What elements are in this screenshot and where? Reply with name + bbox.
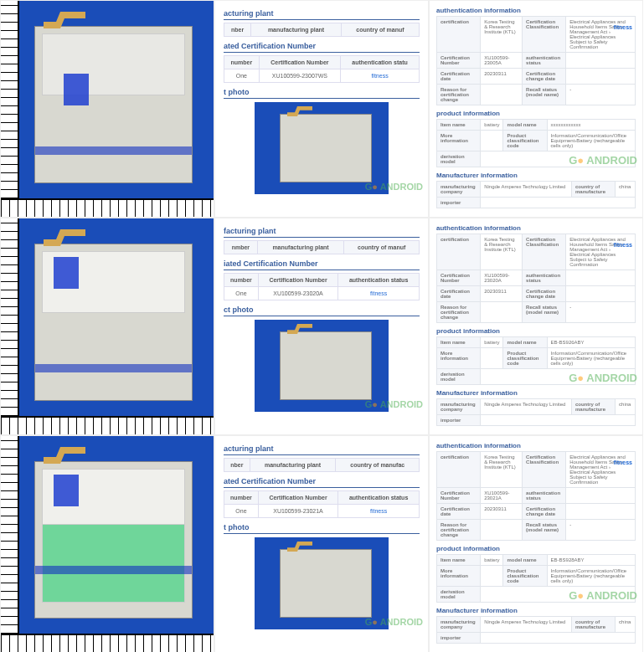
- th-plant: manufacturing plant: [251, 23, 342, 37]
- td-num: One: [224, 505, 259, 518]
- v-astat: [566, 270, 636, 286]
- k-cert: certification: [437, 17, 481, 53]
- k-reason: Reason for certification change: [437, 85, 481, 105]
- v-chg: [566, 69, 636, 85]
- plant-table: nmber manufacturing plant country of man…: [224, 240, 420, 254]
- td-auth[interactable]: fitness: [338, 505, 420, 518]
- green-label: [42, 524, 185, 603]
- th-country: country of manufac: [336, 459, 420, 472]
- watermark: G● ANDROID: [569, 589, 637, 602]
- blue-tab: [54, 475, 79, 506]
- k-reason: Reason for certification change: [437, 520, 481, 541]
- section-certnum: iated Certification Number: [224, 259, 420, 270]
- mini-connector: [287, 106, 312, 116]
- k-chg: Certification change date: [523, 286, 566, 302]
- section-plant: acturing plant: [224, 9, 420, 20]
- section-mfg: Manufacturer information: [436, 389, 636, 397]
- k-date: Certification date: [437, 69, 481, 85]
- k-num: Certification Number: [437, 53, 481, 69]
- k-pclass: Product classification code: [503, 566, 547, 587]
- v-more: [481, 566, 503, 587]
- k-deriv: derivation model: [437, 587, 481, 603]
- th-plant: manufacturing plant: [257, 241, 344, 254]
- th-certnum: Certification Number: [259, 56, 340, 69]
- section-prod: product information: [436, 110, 636, 117]
- v-importer: [481, 198, 636, 208]
- section-mfg: Manufacturer information: [436, 607, 636, 614]
- fitness-link[interactable]: fitness: [613, 459, 632, 465]
- k-item: Item name: [437, 555, 481, 566]
- v-astat: [566, 488, 636, 504]
- th-auth: authentication statu: [341, 56, 420, 69]
- v-class: Electrical Appliances and Household Item…: [566, 452, 636, 488]
- k-mcountry: country of manufacture: [571, 182, 615, 198]
- section-photo: ct photo: [224, 305, 420, 316]
- k-company: manufacturing company: [437, 617, 481, 633]
- k-model: model name: [503, 555, 547, 566]
- v-more: [481, 348, 503, 369]
- fitness-link[interactable]: fitness: [613, 242, 632, 248]
- v-importer: [481, 633, 636, 644]
- v-company: Ningde Amperex Technology Limited: [481, 617, 572, 633]
- k-astat: authentication status: [523, 488, 566, 504]
- th-number: nber: [224, 459, 250, 472]
- auth-table: certificationKorea Testing & Research In…: [436, 451, 636, 541]
- k-company: manufacturing company: [437, 399, 481, 415]
- certification-panel: acturing plant nber manufacturing plant …: [214, 435, 429, 652]
- section-auth: authentication information: [436, 224, 636, 232]
- td-certnum: XU100599-23021A: [258, 505, 337, 518]
- v-cert: Korea Testing & Research Institute (KTL): [481, 452, 523, 488]
- k-recall: Recall status (model name): [523, 520, 566, 541]
- mini-battery: [280, 549, 372, 618]
- k-date: Certification date: [437, 286, 481, 302]
- cert-table: number Certification Number authenticati…: [224, 490, 420, 518]
- auth-table: certificationKorea Testing & Research In…: [436, 16, 636, 105]
- ruler-horizontal: [1, 416, 214, 434]
- v-date: 20230311: [481, 504, 523, 520]
- mini-connector: [287, 542, 312, 552]
- mini-photo: [255, 537, 389, 629]
- td-certnum: XU100599-23020A: [258, 287, 337, 300]
- section-auth: authentication information: [436, 442, 636, 449]
- th-num: number: [224, 56, 260, 69]
- v-pclass: Information/Communication/Office Equipme…: [547, 131, 635, 151]
- td-num: One: [224, 69, 260, 83]
- k-mcountry: country of manufacture: [571, 617, 615, 633]
- k-deriv: derivation model: [437, 369, 481, 385]
- certification-panel: acturing plant nber manufacturing plant …: [214, 0, 429, 218]
- k-mcountry: country of manufacture: [571, 399, 615, 415]
- k-reason: Reason for certification change: [437, 302, 481, 323]
- k-class: Certification Classification: [523, 17, 566, 53]
- v-class: Electrical Appliances and Household Item…: [566, 17, 636, 53]
- th-num: number: [224, 491, 259, 505]
- k-chg: Certification change date: [523, 504, 566, 520]
- mini-battery: [280, 114, 372, 182]
- v-importer: [481, 415, 636, 426]
- v-model: EB-BS928ABY: [547, 555, 635, 566]
- k-importer: importer: [437, 633, 481, 644]
- v-date: 20230311: [481, 286, 523, 302]
- v-num: XU100599-23021A: [481, 488, 523, 504]
- v-cert: Korea Testing & Research Institute (KTL): [481, 234, 523, 270]
- v-pclass: Information/Communication/Office Equipme…: [547, 348, 635, 369]
- section-certnum: ated Certification Number: [224, 42, 420, 53]
- battery-body: [34, 26, 193, 183]
- v-astat: [566, 53, 636, 69]
- th-auth: authentication status: [338, 491, 420, 505]
- td-auth[interactable]: fitness: [341, 69, 420, 83]
- td-auth[interactable]: fitness: [338, 287, 420, 300]
- v-reason: [481, 520, 523, 541]
- v-chg: [566, 504, 636, 520]
- k-recall: Recall status (model name): [523, 302, 566, 323]
- fitness-link[interactable]: fitness: [613, 24, 632, 30]
- v-company: Ningde Amperex Technology Limited: [481, 182, 572, 198]
- v-reason: [481, 302, 523, 323]
- certification-panel: facturing plant nmber manufacturing plan…: [214, 218, 429, 435]
- plant-table: nber manufacturing plant country of manu…: [224, 458, 420, 472]
- mfg-table: manufacturing companyNingde Amperex Tech…: [436, 616, 636, 644]
- k-importer: importer: [437, 415, 481, 426]
- battery-photo: [1, 436, 214, 652]
- plant-table: nber manufacturing plant country of manu…: [224, 23, 420, 37]
- k-model: model name: [503, 337, 547, 348]
- k-more: More information: [437, 348, 481, 369]
